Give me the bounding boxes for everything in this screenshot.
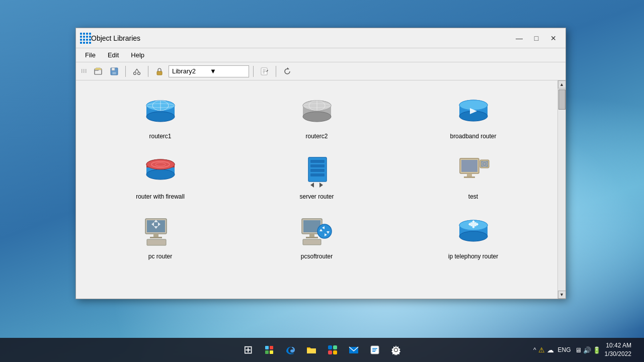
svg-point-103 — [394, 348, 398, 352]
svg-rect-90 — [265, 350, 269, 354]
open-icon — [94, 67, 103, 76]
taskbar-right: ^ ⚠ ☁ ENG 🖥 🔊 🔋 10:42 AM 1/30/2022 — [533, 341, 638, 358]
taskbar-start-button[interactable]: ⊞ — [239, 341, 257, 359]
svg-rect-89 — [270, 346, 273, 349]
object-pc-router[interactable]: pc router — [84, 209, 236, 265]
menu-file[interactable]: File — [80, 50, 101, 60]
taskbar-edge-button[interactable] — [281, 341, 299, 359]
svg-marker-46 — [310, 183, 314, 188]
broadband-router-label: broadband router — [450, 133, 496, 141]
pcsoftrouter-icon — [297, 215, 337, 250]
scroll-down-btn[interactable]: ▼ — [558, 291, 566, 299]
toolbar-lock-btn[interactable] — [152, 65, 167, 78]
svg-point-55 — [484, 163, 486, 165]
router-with-firewall-icon — [140, 155, 181, 190]
pc-router-icon — [140, 215, 181, 250]
toolbar-separator-2 — [148, 66, 148, 77]
taskbar-store-button[interactable] — [324, 341, 342, 359]
task-icon — [369, 344, 380, 355]
tray-chevron[interactable]: ^ — [533, 346, 536, 353]
taskbar-time: 10:42 AM — [605, 341, 631, 350]
svg-rect-67 — [309, 234, 314, 237]
taskbar: ⊞ — [0, 338, 644, 362]
refresh-icon — [283, 67, 292, 76]
object-routerc2[interactable]: routerc2 — [240, 88, 393, 145]
tray-warning-icon: ⚠ — [538, 346, 545, 354]
svg-rect-50 — [467, 173, 472, 176]
svg-rect-94 — [333, 345, 337, 349]
settings-icon — [390, 344, 401, 355]
routerc1-icon — [140, 95, 181, 130]
toolbar-refresh-btn[interactable] — [280, 65, 294, 78]
object-pcsoftrouter[interactable]: pcsoftrouter — [240, 209, 393, 265]
tray-cloud-icon: ☁ — [547, 346, 554, 354]
library-selector[interactable]: Library2 ▼ — [169, 65, 249, 77]
svg-rect-91 — [270, 350, 273, 354]
svg-rect-88 — [265, 346, 269, 349]
test-icon — [453, 155, 494, 190]
svg-rect-51 — [464, 176, 475, 178]
taskbar-task-button[interactable] — [366, 341, 384, 359]
taskbar-explorer-button[interactable] — [302, 341, 320, 359]
library-selector-value: Library2 — [172, 67, 208, 75]
svg-rect-93 — [328, 345, 332, 349]
taskbar-widgets-button[interactable] — [260, 341, 278, 359]
toolbar-open-btn[interactable] — [91, 65, 105, 78]
svg-point-32 — [459, 100, 488, 110]
save-icon — [110, 67, 119, 76]
object-routerc1[interactable]: routerc1 — [84, 88, 236, 145]
taskbar-clock[interactable]: 10:42 AM 1/30/2022 — [605, 341, 631, 358]
scrollbar-thumb[interactable] — [558, 89, 566, 110]
svg-point-77 — [459, 231, 488, 241]
toolbar-drag-handle: ⁞⁞⁞ — [79, 68, 89, 74]
svg-marker-14 — [287, 67, 289, 69]
toolbar-cut-btn[interactable] — [130, 65, 144, 78]
svg-point-4 — [134, 72, 136, 74]
toolbar-edit-btn[interactable] — [258, 65, 272, 78]
edit-icon — [260, 67, 269, 76]
dropdown-arrow-icon: ▼ — [210, 67, 246, 75]
explorer-icon — [306, 344, 317, 355]
svg-line-7 — [137, 69, 139, 72]
svg-point-38 — [146, 159, 175, 169]
object-router-with-firewall[interactable]: router with firewall — [84, 149, 236, 205]
svg-rect-58 — [153, 234, 158, 237]
toolbar-save-btn[interactable] — [107, 65, 121, 78]
app-icon — [80, 33, 91, 44]
titlebar: Object Libraries — □ ✕ — [76, 28, 566, 48]
ip-telephony-router-label: ip telephony router — [448, 253, 498, 261]
object-broadband-router[interactable]: broadband router — [397, 88, 549, 145]
routerc2-icon — [297, 95, 337, 130]
object-test[interactable]: test — [397, 149, 549, 205]
taskbar-mail-button[interactable] — [345, 341, 363, 359]
object-server-router[interactable]: server router — [240, 149, 393, 205]
ip-telephony-router-icon — [453, 215, 494, 250]
scroll-up-btn[interactable]: ▲ — [558, 80, 566, 88]
svg-point-17 — [146, 112, 175, 122]
tray-battery-icon: 🔋 — [593, 346, 601, 354]
toolbar-separator-4 — [276, 66, 276, 77]
object-ip-telephony-router[interactable]: ip telephony router — [397, 209, 549, 265]
svg-line-6 — [135, 69, 137, 72]
test-label: test — [468, 193, 478, 201]
object-libraries-window: Object Libraries — □ ✕ File Edit Help ⁞⁞… — [75, 28, 566, 299]
store-icon — [327, 344, 338, 355]
scissors-icon — [132, 67, 141, 76]
taskbar-settings-button[interactable] — [387, 341, 405, 359]
tray-icons: 🖥 🔊 🔋 — [575, 346, 601, 354]
scrollbar: ▲ ▼ — [557, 80, 566, 299]
lock-icon — [155, 67, 164, 76]
scrollbar-track[interactable] — [558, 88, 566, 291]
svg-point-24 — [303, 112, 331, 122]
minimize-button[interactable]: — — [511, 31, 527, 45]
svg-rect-2 — [112, 68, 115, 70]
pc-router-label: pc router — [148, 253, 172, 261]
tray-lang[interactable]: ENG — [558, 346, 571, 353]
menu-edit[interactable]: Edit — [103, 50, 124, 60]
close-button[interactable]: ✕ — [545, 31, 561, 45]
svg-rect-69 — [303, 239, 321, 245]
window-controls: — □ ✕ — [511, 31, 561, 45]
svg-rect-44 — [310, 169, 325, 172]
maximize-button[interactable]: □ — [528, 31, 544, 45]
menu-help[interactable]: Help — [126, 50, 149, 60]
